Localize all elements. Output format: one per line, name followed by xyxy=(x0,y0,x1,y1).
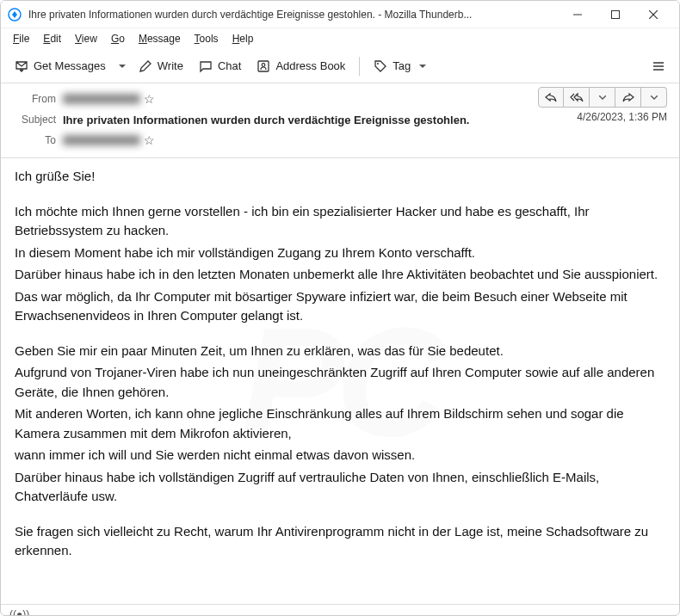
titlebar: Ihre privaten Informationen wurden durch… xyxy=(1,1,679,28)
message-actions xyxy=(538,87,667,108)
app-icon xyxy=(8,8,22,22)
connection-icon: ((●)) xyxy=(9,608,29,617)
reply-dropdown[interactable] xyxy=(590,87,615,108)
menu-go[interactable]: Go xyxy=(106,31,130,46)
from-address-redacted xyxy=(63,94,140,104)
close-button[interactable] xyxy=(634,1,672,28)
chat-label: Chat xyxy=(218,59,241,72)
window-title: Ihre privaten Informationen wurden durch… xyxy=(28,9,559,21)
address-book-button[interactable]: Address Book xyxy=(250,56,352,77)
download-icon xyxy=(15,59,28,73)
body-paragraph: In diesem Moment habe ich mir vollständi… xyxy=(15,243,665,263)
to-value[interactable]: ☆ xyxy=(63,133,667,147)
get-messages-dropdown[interactable] xyxy=(114,54,130,78)
forward-button[interactable] xyxy=(615,87,641,108)
get-messages-label: Get Messages xyxy=(34,59,106,72)
subject-label: Subject xyxy=(13,114,56,126)
subject-value: Ihre privaten Informationen wurden durch… xyxy=(63,114,469,126)
body-paragraph: Geben Sie mir ein paar Minuten Zeit, um … xyxy=(15,342,665,361)
menu-file[interactable]: File xyxy=(8,31,34,46)
svg-point-7 xyxy=(377,63,379,65)
tag-button[interactable]: Tag xyxy=(367,56,433,77)
body-paragraph: Das war möglich, da Ihr Computer mit bös… xyxy=(15,287,665,326)
svg-rect-2 xyxy=(612,10,620,18)
menu-view[interactable]: View xyxy=(70,31,102,46)
from-label: From xyxy=(13,93,56,105)
message-datetime: 4/26/2023, 1:36 PM xyxy=(577,111,667,123)
tag-icon xyxy=(374,59,387,73)
maximize-button[interactable] xyxy=(597,1,634,28)
menubar: File Edit View Go Message Tools Help xyxy=(1,28,679,49)
body-paragraph: Darüber hinaus habe ich vollständigen Zu… xyxy=(15,468,665,507)
more-actions-dropdown[interactable] xyxy=(641,87,667,108)
star-icon[interactable]: ☆ xyxy=(144,92,155,106)
body-paragraph: wann immer ich will und Sie werden nicht… xyxy=(15,446,665,465)
message-headers: 4/26/2023, 1:36 PM From ☆ Subject Ihre p… xyxy=(1,83,679,158)
toolbar-separator xyxy=(359,57,360,76)
body-paragraph: Ich möchte mich Ihnen gerne vorstellen -… xyxy=(15,202,665,241)
message-body: Ich grüße Sie! Ich möchte mich Ihnen ger… xyxy=(1,158,679,572)
body-paragraph: Mit anderen Worten, ich kann ohne jeglic… xyxy=(15,404,665,443)
address-book-label: Address Book xyxy=(275,59,345,72)
chat-icon xyxy=(199,59,213,73)
body-paragraph: Aufgrund von Trojaner-Viren habe ich nun… xyxy=(15,363,665,402)
body-paragraph: Sie fragen sich vielleicht zu Recht, war… xyxy=(15,522,665,561)
to-label: To xyxy=(13,134,56,146)
menu-edit[interactable]: Edit xyxy=(38,31,66,46)
menu-help[interactable]: Help xyxy=(227,31,259,46)
get-messages-button[interactable]: Get Messages xyxy=(8,56,113,77)
menu-tools[interactable]: Tools xyxy=(189,31,224,46)
app-menu-button[interactable] xyxy=(645,52,672,80)
write-button[interactable]: Write xyxy=(132,56,190,77)
pencil-icon xyxy=(139,59,152,73)
write-label: Write xyxy=(158,59,183,72)
chat-button[interactable]: Chat xyxy=(192,56,248,77)
to-address-redacted xyxy=(63,135,140,145)
reply-all-button[interactable] xyxy=(564,87,590,108)
tag-label: Tag xyxy=(393,59,411,72)
statusbar: ((●)) xyxy=(1,604,679,616)
reply-button[interactable] xyxy=(538,87,564,108)
menu-message[interactable]: Message xyxy=(133,31,186,46)
address-book-icon xyxy=(257,59,270,73)
message-body-scroll[interactable]: PC Ich grüße Sie! Ich möchte mich Ihnen … xyxy=(1,158,679,604)
minimize-button[interactable] xyxy=(559,1,597,28)
svg-point-6 xyxy=(263,63,266,66)
star-icon[interactable]: ☆ xyxy=(144,133,155,147)
body-paragraph: Ich grüße Sie! xyxy=(15,167,665,187)
toolbar: Get Messages Write Chat Address Book Tag xyxy=(1,49,679,83)
body-paragraph: Darüber hinaus habe ich in den letzten M… xyxy=(15,265,665,285)
